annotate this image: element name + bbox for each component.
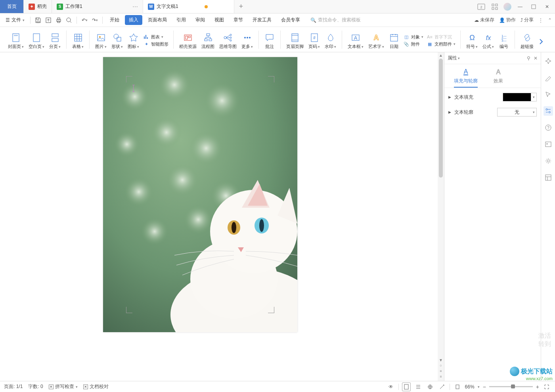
fill-color-picker[interactable]: ▾	[503, 93, 537, 101]
menu-tab-layout[interactable]: 页面布局	[144, 15, 171, 25]
hyperlink-button[interactable]: 超链接	[518, 29, 536, 52]
docparts-button[interactable]: ▦文档部件▾	[427, 41, 455, 47]
symbol-button[interactable]: Ω符号▾	[464, 29, 480, 52]
picture-button[interactable]: 图片▾	[93, 29, 109, 52]
number-button[interactable]: 1—2—3—编号	[496, 29, 511, 52]
fullscreen-button[interactable]	[542, 382, 551, 391]
mindmap-button[interactable]: 思维导图	[217, 29, 239, 52]
page-break-button[interactable]: 分页▾	[47, 29, 63, 52]
watermark-button[interactable]: 水印▾	[322, 29, 339, 52]
sidebar-pen-icon[interactable]	[544, 73, 553, 82]
view-page-button[interactable]	[402, 382, 411, 391]
chevron-down-icon[interactable]: ▾	[478, 385, 480, 389]
expand-icon[interactable]: ▶	[448, 110, 451, 114]
tab-docer[interactable]: ✦ 稻壳	[24, 0, 52, 13]
pin-icon[interactable]: ⚲	[527, 55, 530, 61]
sidebar-template-icon[interactable]	[544, 140, 553, 149]
expand-icon[interactable]: ▶	[448, 95, 451, 99]
page-indicator[interactable]: 页面: 1/1	[4, 383, 23, 390]
menu-tab-reference[interactable]: 引用	[172, 15, 190, 25]
sidebar-select-icon[interactable]	[544, 90, 553, 99]
menu-tab-review[interactable]: 审阅	[191, 15, 209, 25]
close-button[interactable]: ✕	[542, 2, 552, 11]
menu-tab-start[interactable]: 开始	[106, 15, 123, 25]
header-footer-button[interactable]: 页眉页脚	[284, 29, 306, 52]
more-button[interactable]: 更多▾	[239, 29, 255, 52]
icon-button[interactable]: 图标▾	[125, 29, 142, 52]
page-number-button[interactable]: #页码▾	[306, 29, 322, 52]
sidebar-settings-icon[interactable]	[544, 156, 553, 166]
smartart-button[interactable]: ✦智能图形	[143, 41, 168, 47]
comment-button[interactable]: 批注	[262, 29, 277, 52]
collab-link[interactable]: 👤协作	[499, 17, 516, 23]
scroll-down-icon[interactable]: ▼	[439, 358, 443, 363]
collapse-ribbon-button[interactable]: ⌃	[548, 17, 552, 23]
menu-tab-devtools[interactable]: 开发工具	[249, 15, 276, 25]
menu-tab-view[interactable]: 视图	[211, 15, 228, 25]
calendar-icon[interactable]: 2	[477, 2, 486, 11]
chart-button[interactable]: 图表▾	[143, 34, 168, 40]
chevron-down-icon[interactable]: ▾	[531, 93, 536, 101]
date-button[interactable]: 日期	[387, 29, 402, 52]
close-icon[interactable]: ✕	[534, 55, 538, 61]
redo-button[interactable]: ↷▾	[90, 16, 99, 25]
print-button[interactable]	[54, 16, 63, 25]
cover-page-button[interactable]: 封面页▾	[6, 29, 26, 52]
chevron-down-icon[interactable]: ▾	[533, 110, 535, 114]
tab-effect[interactable]: A 效果	[494, 67, 503, 88]
textbox-button[interactable]: A文本框▾	[345, 29, 366, 52]
equation-button[interactable]: fx公式▾	[480, 29, 496, 52]
tab-fill-outline[interactable]: A 填充与轮廓	[454, 67, 478, 88]
more-menu[interactable]: ⋮	[538, 17, 543, 23]
share-link[interactable]: ⤴分享	[521, 17, 534, 23]
undo-button[interactable]: ↶▾	[80, 16, 89, 25]
fit-page-button[interactable]	[453, 382, 462, 391]
object-button[interactable]: ◫对象▾	[403, 34, 423, 40]
prev-page-icon[interactable]: ≡	[440, 369, 442, 375]
eye-icon[interactable]: 👁	[387, 382, 395, 391]
resource-button[interactable]: 稻壳资源	[177, 29, 199, 52]
document-canvas[interactable]	[0, 52, 438, 381]
close-icon[interactable]: ⋯	[132, 4, 138, 10]
view-web-button[interactable]	[426, 382, 434, 391]
save-button[interactable]	[34, 16, 42, 25]
scroll-track[interactable]	[438, 59, 444, 358]
minimize-button[interactable]: —	[515, 2, 525, 11]
word-count[interactable]: 字数: 0	[28, 383, 43, 390]
sidebar-properties-icon[interactable]	[544, 106, 553, 116]
menu-tab-member[interactable]: 会员专享	[277, 15, 304, 25]
ribbon-scroll-right[interactable]	[536, 29, 546, 52]
menu-tab-insert[interactable]: 插入	[125, 15, 142, 25]
tab-home[interactable]: 首页	[0, 0, 24, 13]
tab-document[interactable]: W 文字文稿1	[143, 0, 234, 13]
zoom-value[interactable]: 66%	[465, 384, 475, 390]
doc-compare[interactable]: ✕文档校对	[83, 383, 109, 390]
flowchart-button[interactable]: 流程图	[199, 29, 217, 52]
next-page-icon[interactable]: ≡	[440, 375, 442, 380]
view-outline-button[interactable]	[414, 382, 423, 391]
scroll-up-icon[interactable]: ▲	[439, 53, 443, 59]
sidebar-ai-icon[interactable]	[544, 56, 553, 66]
tab-workbook[interactable]: S 工作簿1 ⋯	[52, 0, 143, 13]
new-tab-button[interactable]: +	[234, 0, 248, 13]
zoom-out-button[interactable]: −	[483, 384, 486, 390]
scroll-options[interactable]: ○	[440, 363, 442, 369]
dropcap-button[interactable]: A≡首字下沉	[427, 34, 455, 40]
vertical-scrollbar[interactable]: ▲ ▼ ○ ≡ ≡	[438, 52, 444, 381]
spellcheck-toggle[interactable]: ✕拼写检查▾	[49, 383, 78, 390]
sidebar-help-icon[interactable]: ?	[544, 123, 553, 132]
zoom-knob[interactable]	[511, 384, 515, 388]
maximize-button[interactable]	[529, 2, 538, 11]
table-button[interactable]: 表格▾	[70, 29, 86, 52]
sidebar-layout-icon[interactable]	[544, 173, 553, 182]
menu-tab-section[interactable]: 章节	[230, 15, 247, 25]
view-read-button[interactable]	[438, 382, 446, 391]
avatar[interactable]	[503, 3, 511, 11]
file-menu[interactable]: ☰ 文件 ▾	[3, 17, 27, 23]
export-button[interactable]	[44, 16, 53, 25]
unsaved-link[interactable]: ☁未保存	[474, 17, 494, 23]
scroll-thumb[interactable]	[439, 59, 443, 178]
shape-button[interactable]: 形状▾	[109, 29, 125, 52]
outline-picker[interactable]: 无 ▾	[497, 108, 537, 117]
blank-page-button[interactable]: 空白页▾	[26, 29, 47, 52]
